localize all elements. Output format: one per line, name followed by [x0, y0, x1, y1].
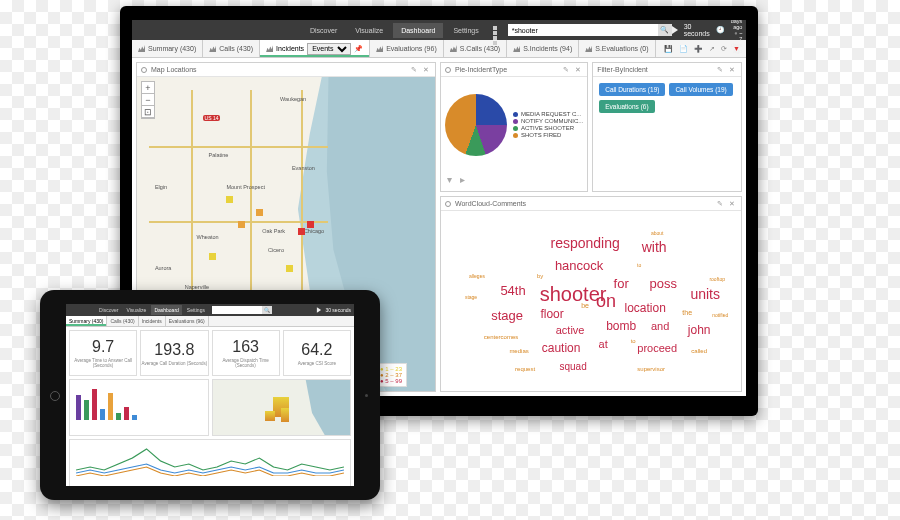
- tool-refresh-icon[interactable]: ⟳: [721, 45, 727, 53]
- map-marker[interactable]: [226, 196, 233, 203]
- wordcloud-word[interactable]: alleges: [469, 273, 485, 279]
- bar[interactable]: [92, 389, 97, 420]
- search-input[interactable]: [212, 306, 262, 314]
- wordcloud-canvas[interactable]: 1 – 23 2 – 37 5 – 99 shooteronresponding…: [441, 211, 741, 391]
- sparkline-chart[interactable]: [76, 446, 344, 476]
- wordcloud-word[interactable]: and: [651, 320, 669, 332]
- legend-label[interactable]: MEDIA REQUEST C...: [521, 111, 581, 117]
- wordcloud-word[interactable]: responding: [550, 235, 619, 251]
- wordcloud-word[interactable]: supervisor: [637, 366, 665, 372]
- wordcloud-word[interactable]: floor: [540, 307, 563, 321]
- play-icon[interactable]: [317, 307, 321, 313]
- nav-visualize[interactable]: Visualize: [347, 23, 391, 38]
- wordcloud-word[interactable]: john: [688, 323, 711, 337]
- filter-chip[interactable]: Call Volumes (19): [669, 83, 732, 96]
- legend-label[interactable]: SHOTS FIRED: [521, 132, 561, 138]
- tab-evaluations[interactable]: Evaluations (96): [370, 40, 444, 57]
- map-marker[interactable]: [307, 221, 314, 228]
- map-marker[interactable]: [298, 228, 305, 235]
- wordcloud-word[interactable]: 54th: [500, 283, 525, 298]
- wordcloud-word[interactable]: at: [599, 338, 608, 350]
- filter-chip[interactable]: Call Durations (19): [599, 83, 665, 96]
- bar-chart[interactable]: [70, 380, 208, 424]
- wordcloud-word[interactable]: hancock: [555, 258, 603, 273]
- wordcloud-word[interactable]: to: [631, 338, 636, 344]
- nav-settings[interactable]: Settings: [445, 23, 486, 38]
- bar[interactable]: [76, 395, 81, 420]
- wordcloud-word[interactable]: units: [690, 286, 720, 302]
- legend-label[interactable]: ACTIVE SHOOTER: [521, 125, 574, 131]
- wordcloud-word[interactable]: be: [581, 301, 589, 308]
- tab-sevaluations[interactable]: S.Evaluations (0): [579, 40, 655, 57]
- incidents-dropdown[interactable]: Events: [307, 43, 351, 55]
- zoom-in-button[interactable]: +: [142, 82, 154, 94]
- nav-visualize[interactable]: Visualize: [123, 305, 149, 315]
- panel-actions[interactable]: ✎ ✕: [411, 66, 431, 74]
- legend-label[interactable]: NOTIFY COMMUNIC...: [521, 118, 583, 124]
- wordcloud-word[interactable]: to: [637, 262, 641, 268]
- panel-actions[interactable]: ✎ ✕: [563, 66, 583, 74]
- tab-incidents[interactable]: Incidents: [139, 316, 166, 326]
- wordcloud-word[interactable]: request: [515, 366, 535, 372]
- wordcloud-word[interactable]: caution: [542, 341, 581, 355]
- tab-calls[interactable]: Calls (430): [107, 316, 138, 326]
- wordcloud-word[interactable]: poss: [649, 276, 676, 291]
- wordcloud-word[interactable]: bomb: [606, 319, 636, 333]
- wordcloud-word[interactable]: by: [537, 273, 543, 279]
- wordcloud-word[interactable]: on: [596, 291, 616, 312]
- filter-chip[interactable]: Evaluations (6): [599, 100, 654, 113]
- tool-save-icon[interactable]: 💾: [664, 45, 673, 53]
- wordcloud-word[interactable]: for: [614, 276, 629, 291]
- nav-discover[interactable]: Discover: [96, 305, 121, 315]
- wordcloud-word[interactable]: the: [682, 308, 692, 315]
- tool-new-icon[interactable]: 📄: [679, 45, 688, 53]
- wordcloud-word[interactable]: with: [642, 239, 667, 255]
- panel-actions[interactable]: ✎ ✕: [717, 66, 737, 74]
- play-icon[interactable]: [672, 26, 678, 34]
- apps-icon[interactable]: [493, 25, 498, 35]
- nav-dashboard[interactable]: Dashboard: [393, 23, 443, 38]
- wordcloud-word[interactable]: about: [651, 230, 664, 236]
- search-input[interactable]: [508, 24, 658, 36]
- bar[interactable]: [108, 393, 113, 420]
- wordcloud-word[interactable]: called: [691, 348, 707, 354]
- map-marker[interactable]: [256, 209, 263, 216]
- tool-filter-icon[interactable]: ▼: [733, 45, 740, 52]
- wordcloud-word[interactable]: centercomes: [484, 334, 518, 340]
- tab-evaluations[interactable]: Evaluations (96): [166, 316, 209, 326]
- bar[interactable]: [100, 409, 105, 420]
- panel-actions[interactable]: ✎ ✕: [717, 200, 737, 208]
- nav-discover[interactable]: Discover: [302, 23, 345, 38]
- tab-summary[interactable]: Summary (430): [66, 316, 107, 326]
- refresh-interval[interactable]: 30 seconds: [325, 307, 351, 313]
- map-marker[interactable]: [238, 221, 245, 228]
- bar[interactable]: [124, 407, 129, 420]
- tab-scalls[interactable]: S.Calls (430): [444, 40, 507, 57]
- tool-share-icon[interactable]: ↗: [709, 45, 715, 53]
- pie-chart[interactable]: [445, 94, 507, 156]
- tab-incidents[interactable]: Incidents Events 📌: [260, 40, 370, 57]
- wordcloud-word[interactable]: stage: [491, 308, 523, 323]
- search-button[interactable]: 🔍: [658, 24, 672, 36]
- tab-sincidents[interactable]: S.Incidents (94): [507, 40, 579, 57]
- map-marker[interactable]: [209, 253, 216, 260]
- zoom-out-button[interactable]: −: [142, 94, 154, 106]
- wordcloud-word[interactable]: medias: [509, 348, 528, 354]
- map-marker[interactable]: [286, 265, 293, 272]
- tool-add-icon[interactable]: ➕: [694, 45, 703, 53]
- wordcloud-word[interactable]: squad: [559, 360, 586, 371]
- bar[interactable]: [132, 415, 137, 420]
- wordcloud-word[interactable]: stage: [465, 294, 477, 300]
- nav-dashboard[interactable]: Dashboard: [151, 305, 181, 315]
- tab-summary[interactable]: Summary (430): [132, 40, 203, 57]
- nav-settings[interactable]: Settings: [184, 305, 208, 315]
- bar[interactable]: [84, 400, 89, 420]
- pin-icon[interactable]: 📌: [354, 45, 363, 53]
- bar[interactable]: [116, 413, 121, 420]
- zoom-fit-button[interactable]: ⊡: [142, 106, 154, 118]
- wordcloud-word[interactable]: active: [556, 324, 585, 336]
- search-button[interactable]: 🔍: [262, 306, 272, 314]
- tablet-map-panel[interactable]: [212, 379, 352, 436]
- refresh-interval[interactable]: 30 seconds: [684, 23, 710, 37]
- clock-icon[interactable]: 🕘: [716, 26, 725, 34]
